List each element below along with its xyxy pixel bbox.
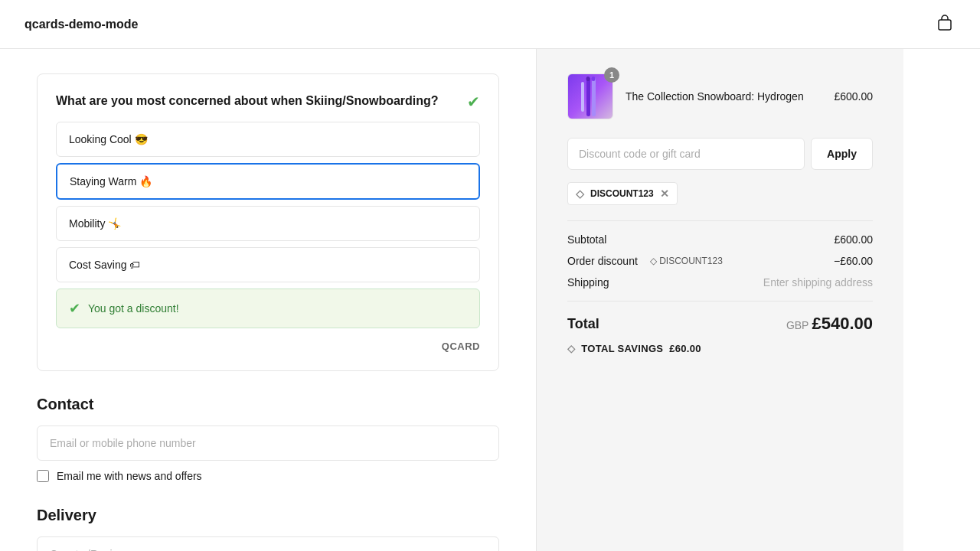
email-input[interactable] xyxy=(37,425,499,461)
savings-row: ◇ TOTAL SAVINGS £60.00 xyxy=(567,343,873,354)
shipping-enter-address: Enter shipping address xyxy=(763,276,873,289)
site-title: qcards-demo-mode xyxy=(24,18,138,31)
applied-discount-code: DISCOUNT123 xyxy=(590,188,654,199)
order-discount-code-name: ◇ DISCOUNT123 xyxy=(650,256,723,266)
newsletter-label: Email me with news and offers xyxy=(57,470,202,482)
apply-button[interactable]: Apply xyxy=(811,138,873,170)
quiz-question: ✔ What are you most concerned about when… xyxy=(56,93,480,109)
quiz-option-cost-saving[interactable]: Cost Saving 🏷 xyxy=(56,247,480,282)
product-quantity-badge: 1 xyxy=(604,67,619,83)
discount-code-input[interactable] xyxy=(567,138,805,170)
order-discount-row: Order discount ◇ DISCOUNT123 −£60.00 xyxy=(567,255,873,267)
total-label: Total xyxy=(567,316,599,332)
quiz-option-staying-warm[interactable]: Staying Warm 🔥 xyxy=(56,163,480,200)
cart-icon[interactable] xyxy=(934,12,956,36)
discount-row-left: Order discount ◇ DISCOUNT123 xyxy=(567,255,723,267)
total-value: GBP£540.00 xyxy=(786,314,873,334)
country-input[interactable] xyxy=(37,536,499,551)
contact-title: Contact xyxy=(37,396,499,413)
savings-diamond-icon: ◇ xyxy=(567,343,575,354)
right-panel: 1 The Collection Snowboard: Hydrogen £60… xyxy=(536,49,903,551)
svg-point-5 xyxy=(592,77,596,81)
product-price: £600.00 xyxy=(834,90,873,103)
savings-value: £60.00 xyxy=(669,343,701,354)
remove-discount-button[interactable]: ✕ xyxy=(660,188,669,199)
svg-rect-1 xyxy=(586,77,590,116)
delivery-title: Delivery xyxy=(37,507,499,524)
savings-label: TOTAL SAVINGS xyxy=(581,343,663,354)
total-currency: GBP xyxy=(786,319,809,331)
newsletter-row: Email me with news and offers xyxy=(37,470,499,482)
quiz-complete-icon: ✔ xyxy=(467,93,480,111)
svg-point-4 xyxy=(586,77,590,81)
shipping-label: Shipping xyxy=(567,276,609,289)
shipping-row: Shipping Enter shipping address xyxy=(567,276,873,289)
quiz-option-looking-cool[interactable]: Looking Cool 😎 xyxy=(56,122,480,157)
newsletter-checkbox[interactable] xyxy=(37,470,49,482)
discount-success-banner: ✔ You got a discount! xyxy=(56,289,480,328)
contact-section: Contact Email me with news and offers xyxy=(37,396,499,482)
product-image-wrap: 1 xyxy=(567,73,613,119)
subtotal-value: £600.00 xyxy=(834,233,873,246)
delivery-section: Delivery xyxy=(37,507,499,551)
svg-rect-0 xyxy=(939,20,951,30)
discount-input-row: Apply xyxy=(567,138,873,170)
tag-diamond-icon: ◇ xyxy=(576,187,584,200)
qcard-branding: QCARD xyxy=(56,341,480,352)
subtotal-label: Subtotal xyxy=(567,233,606,246)
success-check-icon: ✔ xyxy=(69,300,80,317)
left-panel: ✔ What are you most concerned about when… xyxy=(0,49,536,551)
applied-discount-tag: ◇ DISCOUNT123 ✕ xyxy=(567,182,678,205)
header: qcards-demo-mode xyxy=(0,0,980,49)
quiz-card: ✔ What are you most concerned about when… xyxy=(37,73,499,371)
product-name: The Collection Snowboard: Hydrogen xyxy=(626,90,822,103)
product-row: 1 The Collection Snowboard: Hydrogen £60… xyxy=(567,73,873,119)
subtotal-row: Subtotal £600.00 xyxy=(567,233,873,246)
svg-rect-3 xyxy=(581,82,584,112)
total-row: Total GBP£540.00 xyxy=(567,301,873,334)
quiz-option-mobility[interactable]: Mobility 🤸 xyxy=(56,206,480,241)
order-discount-label: Order discount xyxy=(567,255,638,267)
main-layout: ✔ What are you most concerned about when… xyxy=(0,49,980,551)
svg-rect-2 xyxy=(592,77,596,116)
discount-amount: −£60.00 xyxy=(834,255,873,267)
order-summary: Subtotal £600.00 Order discount ◇ DISCOU… xyxy=(567,220,873,354)
